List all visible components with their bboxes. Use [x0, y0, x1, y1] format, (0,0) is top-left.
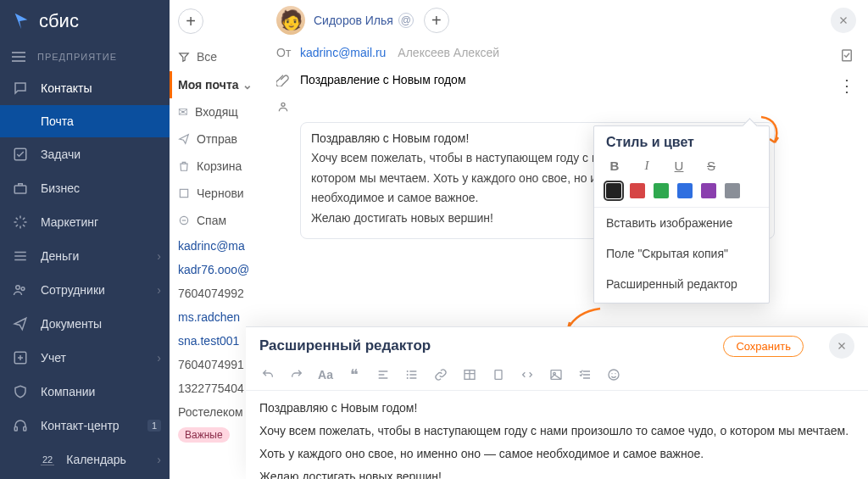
align-icon[interactable]: [375, 366, 392, 383]
adv-header: Расширенный редактор Сохранить: [246, 327, 868, 365]
svg-rect-18: [495, 370, 502, 380]
underline-button[interactable]: U: [670, 159, 687, 173]
clipboard-icon[interactable]: [490, 366, 507, 383]
new-mail-button[interactable]: +: [178, 8, 203, 34]
user-name[interactable]: Сидоров Илья: [314, 14, 393, 27]
advanced-editor-item[interactable]: Расширенный редактор: [594, 269, 769, 299]
sidebar-item-tasks[interactable]: Задачи: [0, 137, 170, 171]
checklist-icon[interactable]: [576, 366, 593, 383]
color-swatch[interactable]: [701, 183, 716, 198]
close-button[interactable]: [831, 8, 856, 33]
adv-body[interactable]: Поздравляю с Новым годом! Хочу всем поже…: [246, 391, 868, 479]
image-icon[interactable]: [548, 366, 565, 383]
adv-line: Желаю достигать новых вершин!: [259, 468, 854, 479]
sidebar-item-companies[interactable]: Компании: [0, 375, 170, 409]
send-icon: [12, 315, 29, 332]
adv-title: Расширенный редактор: [259, 337, 723, 354]
spark-icon: [12, 214, 29, 231]
spam-icon: [178, 214, 190, 226]
svg-rect-6: [24, 427, 26, 432]
adv-line: Хоть у каждого оно свое, но именно оно —…: [259, 445, 854, 463]
sidebar-item-label: Маркетинг: [41, 215, 98, 229]
people-icon: [12, 281, 29, 298]
format-row: B I U S: [594, 157, 769, 180]
user-avatar[interactable]: 🧑: [276, 6, 305, 35]
list-icon[interactable]: [403, 366, 420, 383]
svg-point-14: [407, 370, 409, 372]
sidebar-item-contact-center[interactable]: Контакт-центр 1: [0, 409, 170, 443]
adv-close-button[interactable]: [829, 333, 854, 359]
color-swatch[interactable]: [654, 183, 669, 198]
from-name-hint: Алексеев Алексей: [398, 46, 499, 59]
code-icon[interactable]: [519, 366, 536, 383]
emoji-icon[interactable]: [605, 366, 622, 383]
trash-icon: [178, 160, 190, 172]
quote-icon[interactable]: ❝: [346, 366, 363, 383]
svg-point-15: [407, 374, 409, 376]
clipboard-check-icon[interactable]: [837, 46, 856, 64]
font-icon[interactable]: Aa: [317, 366, 334, 383]
calendar-date: 22: [41, 454, 54, 465]
compose-header: 🧑 Сидоров Илья @ +: [263, 0, 868, 41]
sidebar-subitem-mail[interactable]: Почта: [0, 105, 170, 137]
color-swatch[interactable]: [677, 183, 693, 198]
link-icon[interactable]: [432, 366, 449, 383]
sidebar-item-marketing[interactable]: Маркетинг: [0, 205, 170, 239]
sidebar-item-money[interactable]: Деньги ›: [0, 239, 170, 273]
bcc-field-item[interactable]: Поле "Скрытая копия": [594, 238, 769, 269]
envelope-icon: ✉: [178, 105, 188, 119]
sidebar-item-calendar[interactable]: 22 Календарь ›: [0, 443, 170, 476]
chevron-down-icon: ⌄: [242, 78, 253, 92]
attach-icon[interactable]: [276, 73, 300, 86]
chevron-right-icon: ›: [157, 453, 161, 466]
shield-icon: [12, 383, 29, 400]
svg-point-16: [407, 377, 409, 379]
strike-button[interactable]: S: [703, 159, 720, 173]
sidebar-item-label: Документы: [41, 317, 102, 331]
sidebar-item-accounting[interactable]: Учет ›: [0, 341, 170, 375]
undo-icon[interactable]: [259, 366, 276, 383]
sidebar-subitem-label: Почта: [41, 114, 74, 128]
popover-title: Стиль и цвет: [594, 135, 769, 157]
redo-icon[interactable]: [288, 366, 305, 383]
sidebar-item-label: Учет: [41, 351, 66, 365]
from-email[interactable]: kadrinc@mail.ru: [300, 46, 386, 59]
color-swatch[interactable]: [725, 183, 740, 198]
sidebar-item-label: Компании: [41, 385, 95, 398]
save-button[interactable]: Сохранить: [723, 336, 804, 357]
bold-button[interactable]: B: [606, 159, 623, 173]
headset-icon: [12, 417, 29, 434]
more-menu-icon[interactable]: ⋮: [837, 76, 856, 95]
color-swatch[interactable]: [606, 183, 621, 198]
mention-icon[interactable]: @: [398, 13, 414, 28]
sidebar-item-label: Календарь: [66, 453, 126, 466]
sidebar-item-documents[interactable]: Документы: [0, 307, 170, 341]
money-icon: [12, 248, 29, 265]
brand-logo[interactable]: сбис: [0, 0, 170, 42]
chevron-right-icon: ›: [157, 283, 161, 297]
italic-button[interactable]: I: [638, 159, 655, 173]
sidebar-item-contacts[interactable]: Контакты: [0, 71, 170, 105]
tag-important[interactable]: Важные: [178, 427, 230, 443]
insert-image-item[interactable]: Вставить изображение: [594, 208, 769, 238]
subject-row: [263, 64, 868, 95]
sidebar-item-business[interactable]: Бизнес: [0, 171, 170, 205]
add-recipient-button[interactable]: +: [424, 8, 449, 33]
subject-input[interactable]: [300, 70, 758, 90]
right-tool-strip: ⋮: [837, 46, 856, 95]
adv-toolbar: Aa ❝: [246, 365, 868, 391]
advanced-editor-panel: Расширенный редактор Сохранить Aa ❝ Позд…: [246, 326, 868, 479]
person-icon[interactable]: [276, 100, 300, 114]
calendar-icon: [12, 451, 29, 468]
badge-count: 1: [147, 420, 161, 432]
body-row: [263, 95, 868, 119]
svg-rect-5: [14, 427, 17, 432]
color-swatch[interactable]: [630, 183, 645, 198]
filter-icon: [178, 51, 190, 63]
svg-rect-7: [180, 189, 187, 197]
sidebar-item-staff[interactable]: Сотрудники ›: [0, 273, 170, 307]
table-icon[interactable]: [461, 366, 478, 383]
draft-icon: [178, 187, 190, 199]
color-row: [594, 180, 769, 208]
menu-icon[interactable]: [12, 52, 25, 62]
